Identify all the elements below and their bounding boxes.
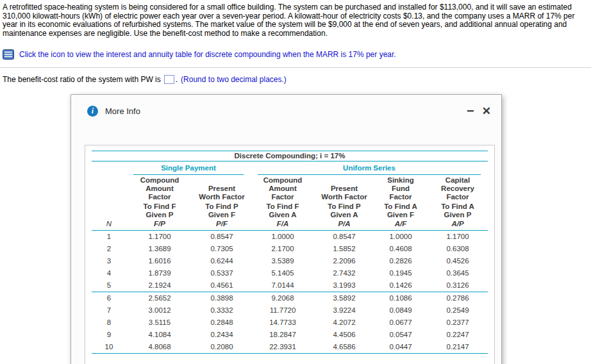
factor-cell: 3.9224 xyxy=(315,304,374,317)
divider xyxy=(0,67,591,68)
column-header: Sinking Fund Factor xyxy=(374,176,428,202)
factor-cell: 0.1426 xyxy=(374,279,428,292)
factor-cell: 4.1084 xyxy=(126,329,193,341)
factor-cell: 0.2549 xyxy=(428,304,488,317)
question-period: . xyxy=(176,75,178,84)
question-text: The benefit-cost ratio of the system wit… xyxy=(3,75,161,84)
factor-cell: 5.1405 xyxy=(251,267,315,279)
factor-cell: 4.2072 xyxy=(315,317,374,329)
factor-cell: 4.6586 xyxy=(315,341,374,354)
factor-cell: 14.7733 xyxy=(251,317,315,329)
page: A retrofitted space-heating system is be… xyxy=(0,3,591,84)
factor-cell: 3.1993 xyxy=(315,279,374,292)
table-title: Discrete Compounding; i = 17% xyxy=(92,151,488,161)
factor-cell: 4.8068 xyxy=(126,341,193,354)
factor-cell: 7 xyxy=(92,304,126,317)
subheader-find: To Find F Given P xyxy=(128,203,192,219)
info-icon: i xyxy=(87,106,98,117)
table-row: 4 1.8739 0.5337 5.1405 2.7432 0.1945 0.3… xyxy=(92,267,488,279)
table-title-row: Discrete Compounding; i = 17% xyxy=(92,151,488,161)
factor-cell: 0.3332 xyxy=(193,304,251,317)
factor-symbol: P/A xyxy=(316,220,372,228)
factor-cell: 2 xyxy=(92,243,126,255)
question-row: The benefit-cost ratio of the system wit… xyxy=(3,75,591,84)
factor-cell: 10 xyxy=(92,341,126,354)
icon-instruction: Click the icon to view the interest and … xyxy=(19,50,396,59)
factor-symbol: F/A xyxy=(252,220,313,228)
subheader: To Find P Given AP/A xyxy=(315,202,374,231)
factor-cell: 1.1700 xyxy=(428,231,488,244)
modal-controls: − ✕ xyxy=(467,104,491,117)
factor-symbol: A/P xyxy=(429,220,487,228)
factor-cell: 1.0000 xyxy=(251,231,315,244)
factor-cell: 2.1700 xyxy=(251,243,315,255)
factor-cell: 22.3931 xyxy=(251,341,315,354)
factor-cell: 0.6308 xyxy=(428,243,488,255)
factor-cell: 0.0849 xyxy=(374,304,428,317)
subheader: To Find F Given PF/P xyxy=(126,202,193,231)
factor-cell: 0.2147 xyxy=(428,341,488,354)
factor-cell: 4 xyxy=(92,267,126,279)
factor-cell: 0.3645 xyxy=(428,267,488,279)
factor-cell: 2.1924 xyxy=(126,279,193,292)
column-header-label: Present Worth Factor xyxy=(316,185,372,201)
factor-cell: 6 xyxy=(92,292,126,305)
n-header: N xyxy=(92,202,126,231)
factor-cell: 1.1700 xyxy=(126,231,193,244)
column-header-spacer xyxy=(92,176,126,202)
subheader: To Find A Given FA/F xyxy=(374,202,428,231)
factor-cell: 1.6016 xyxy=(126,255,193,267)
column-header-label: Capital Recovery Factor xyxy=(429,176,487,201)
subheader-find: To Find P Given A xyxy=(316,203,372,219)
factor-cell: 3.5389 xyxy=(251,255,315,267)
factor-cell: 11.7720 xyxy=(251,304,315,317)
factor-cell: 2.2096 xyxy=(315,255,374,267)
table-row: 10 4.8068 0.2080 22.3931 4.6586 0.0447 0… xyxy=(92,341,488,354)
close-button[interactable]: ✕ xyxy=(482,106,491,117)
modal-title: More Info xyxy=(105,106,140,116)
factor-cell: 1.3689 xyxy=(126,243,193,255)
factor-cell: 0.4561 xyxy=(193,279,251,292)
factor-cell: 5 xyxy=(92,279,126,292)
factor-cell: 0.2080 xyxy=(193,341,251,354)
factor-cell: 0.2848 xyxy=(193,317,251,329)
column-header-label: Present Worth Factor xyxy=(194,185,249,201)
factor-cell: 2.7432 xyxy=(315,267,374,279)
column-header: Compound Amount Factor xyxy=(251,176,315,202)
factor-cell: 9.2068 xyxy=(251,292,315,305)
subheader-find: To Find F Given A xyxy=(252,203,313,219)
factor-cell: 1.0000 xyxy=(374,231,428,244)
subheader: To Find F Given AF/A xyxy=(251,202,315,231)
answer-input[interactable] xyxy=(164,75,174,84)
subheader-find: To Find A Given F xyxy=(375,203,426,219)
column-header-label: Sinking Fund Factor xyxy=(375,176,426,201)
table-row: 7 3.0012 0.3332 11.7720 3.9224 0.0849 0.… xyxy=(92,304,488,317)
factor-cell: 0.1086 xyxy=(374,292,428,305)
factor-cell: 8 xyxy=(92,317,126,329)
factor-cell: 0.7305 xyxy=(193,243,251,255)
factor-cell: 18.2847 xyxy=(251,329,315,341)
more-info-modal: i More Info − ✕ Discrete Compounding; i … xyxy=(71,94,502,364)
problem-statement: A retrofitted space-heating system is be… xyxy=(3,3,588,38)
table-icon[interactable] xyxy=(3,49,14,60)
factor-cell: 0.0547 xyxy=(374,329,428,341)
column-header: Compound Amount Factor xyxy=(126,176,193,202)
column-header: Present Worth Factor xyxy=(315,176,374,202)
column-header: Capital Recovery Factor xyxy=(428,176,488,202)
factor-cell: 0.0447 xyxy=(374,341,428,354)
factor-cell: 3.0012 xyxy=(126,304,193,317)
factor-cell: 4.4506 xyxy=(315,329,374,341)
column-header: Present Worth Factor xyxy=(193,176,251,202)
factor-cell: 0.1945 xyxy=(374,267,428,279)
factor-cell: 0.3126 xyxy=(428,279,488,292)
subheader: To Find P Given FP/F xyxy=(193,202,251,231)
table-row: 2 1.3689 0.7305 2.1700 1.5852 0.4608 0.6… xyxy=(92,243,488,255)
table-icon-graphic xyxy=(3,49,14,60)
factor-cell: 0.3898 xyxy=(193,292,251,305)
table-row: 3 1.6016 0.6244 3.5389 2.2096 0.2826 0.4… xyxy=(92,255,488,267)
modal-header: i More Info − ✕ xyxy=(71,95,501,117)
minimize-button[interactable]: − xyxy=(467,104,474,117)
factor-cell: 0.0677 xyxy=(374,317,428,329)
factor-cell: 7.0144 xyxy=(251,279,315,292)
table-row: 9 4.1084 0.2434 18.2847 4.4506 0.0547 0.… xyxy=(92,329,488,341)
